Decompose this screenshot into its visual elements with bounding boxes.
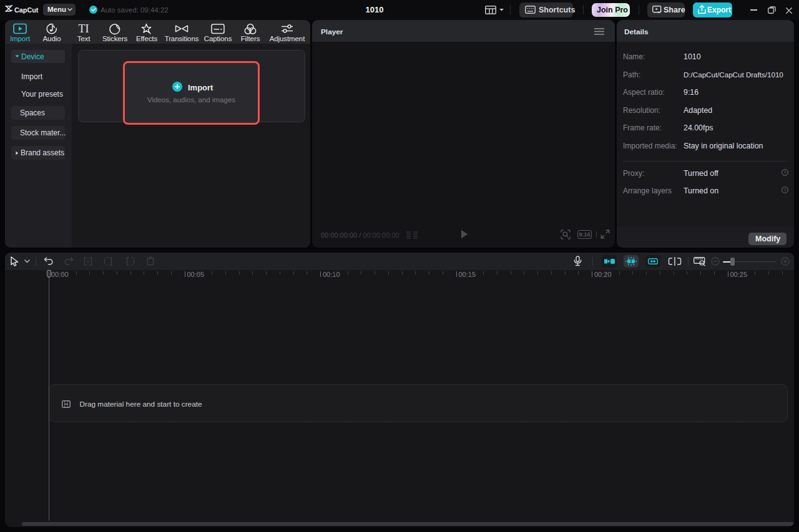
svg-text:?: ?: [784, 188, 787, 192]
svg-text:TI: TI: [79, 23, 89, 35]
svg-text:?: ?: [784, 170, 787, 175]
